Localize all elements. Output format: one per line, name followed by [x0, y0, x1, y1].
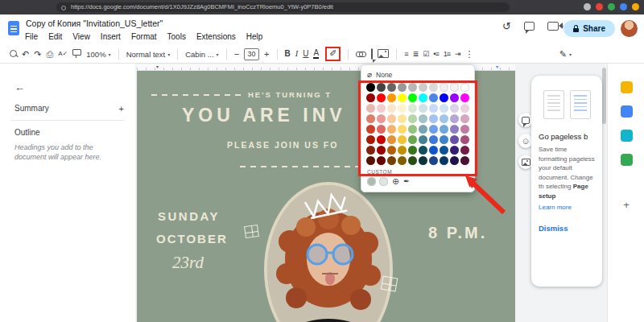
color-swatch-#d5a6bd[interactable]: [460, 114, 469, 123]
color-swatch-#a2c4c9[interactable]: [419, 114, 427, 123]
color-swatch-#fff2cc[interactable]: [398, 104, 407, 113]
close-outline-button[interactable]: ←: [14, 81, 25, 93]
color-swatch-#741b47[interactable]: [460, 146, 469, 155]
color-swatch-#c9daf8[interactable]: [429, 104, 438, 113]
insert-image-button[interactable]: [378, 49, 389, 60]
color-swatch-#cc0000[interactable]: [377, 135, 386, 144]
color-swatch-#990000[interactable]: [377, 146, 386, 155]
color-swatch-#00ffff[interactable]: [419, 93, 427, 102]
color-swatch-#f3f3f3[interactable]: [450, 83, 459, 92]
menu-insert[interactable]: Insert: [101, 32, 121, 41]
profile-blue-icon[interactable]: [620, 3, 627, 10]
color-swatch-#6fa8dc[interactable]: [440, 125, 448, 134]
comments-icon[interactable]: [524, 22, 535, 31]
color-swatch-#f6b26b[interactable]: [387, 125, 396, 134]
menu-help[interactable]: Help: [246, 32, 263, 41]
color-swatch-#b4a7d6[interactable]: [450, 114, 459, 123]
color-swatch-#ea9999[interactable]: [377, 114, 386, 123]
color-swatch-#4a86e8[interactable]: [429, 93, 438, 102]
custom-color-swatch[interactable]: [367, 177, 376, 186]
color-swatch-#3c78d8[interactable]: [429, 135, 438, 144]
color-swatch-#7f6000[interactable]: [398, 156, 407, 165]
color-swatch-#351c75[interactable]: [450, 146, 459, 155]
color-swatch-#1155cc[interactable]: [429, 146, 438, 155]
color-swatch-#85200c[interactable]: [366, 146, 375, 155]
color-swatch-#8e7cc3[interactable]: [450, 125, 459, 134]
color-swatch-#ff00ff[interactable]: [460, 93, 469, 102]
color-swatch-#cfe2f3[interactable]: [440, 104, 448, 113]
print-button[interactable]: ⎙: [46, 50, 53, 59]
eyedropper-button[interactable]: ✒: [403, 178, 410, 185]
highlight-color-button[interactable]: ✐: [325, 47, 341, 61]
color-swatch-#a64d79[interactable]: [460, 135, 469, 144]
account-icon[interactable]: [632, 3, 639, 10]
color-swatch-#93c47d[interactable]: [408, 125, 417, 134]
color-swatch-#dd7e6b[interactable]: [366, 114, 375, 123]
color-swatch-#660000[interactable]: [377, 156, 386, 165]
color-swatch-#9900ff[interactable]: [450, 93, 459, 102]
color-none-option[interactable]: ⌀ None: [365, 69, 470, 80]
color-swatch-#ffff00[interactable]: [398, 93, 407, 102]
color-swatch-#b6d7a8[interactable]: [408, 114, 417, 123]
color-swatch-#0b5394[interactable]: [440, 146, 448, 155]
color-swatch-#3d85c6[interactable]: [440, 135, 448, 144]
color-swatch-#ff9900[interactable]: [387, 93, 396, 102]
color-swatch-#00ff00[interactable]: [408, 93, 417, 102]
color-swatch-#f1c232[interactable]: [398, 135, 407, 144]
color-swatch-#ff0000[interactable]: [377, 93, 386, 102]
increase-font-size-button[interactable]: +: [264, 50, 269, 59]
color-swatch-#e06666[interactable]: [377, 125, 386, 134]
version-history-icon[interactable]: ↺: [502, 21, 511, 31]
color-swatch-#ffd966[interactable]: [398, 125, 407, 134]
color-swatch-#38761d[interactable]: [408, 146, 417, 155]
more-toolbar-options-button[interactable]: ⋮: [464, 50, 473, 59]
color-swatch-#6d9eeb[interactable]: [429, 125, 438, 134]
indent-marker[interactable]: ▾: [156, 64, 159, 70]
menu-view[interactable]: View: [72, 32, 90, 41]
color-swatch-#434343[interactable]: [377, 83, 386, 92]
scrollbar-thumb[interactable]: [602, 68, 606, 124]
color-swatch-#a61c00[interactable]: [366, 135, 375, 144]
color-swatch-#e69138[interactable]: [387, 135, 396, 144]
color-swatch-#674ea7[interactable]: [450, 135, 459, 144]
color-swatch-#f9cb9c[interactable]: [387, 114, 396, 123]
color-swatch-#b45f06[interactable]: [387, 146, 396, 155]
color-swatch-#ead1dc[interactable]: [460, 104, 469, 113]
color-swatch-#20124d[interactable]: [450, 156, 459, 165]
color-swatch-#76a5af[interactable]: [419, 125, 427, 134]
side-rail-add-button[interactable]: +: [608, 199, 644, 211]
color-swatch-#d9ead3[interactable]: [408, 104, 417, 113]
share-button[interactable]: Share: [564, 20, 615, 37]
font-size-field[interactable]: 30: [244, 48, 259, 60]
color-swatch-#999999[interactable]: [398, 83, 407, 92]
rail-app-blue[interactable]: [621, 105, 633, 118]
profile-green-icon[interactable]: [608, 3, 615, 10]
profile-red-icon[interactable]: [596, 3, 603, 10]
font-select[interactable]: Cabin ... ▾: [185, 50, 218, 59]
indent-button[interactable]: ⇥: [455, 51, 460, 58]
menu-tools[interactable]: Tools: [167, 32, 186, 41]
zoom-select[interactable]: 100% ▾: [86, 50, 110, 59]
rail-app-green[interactable]: [621, 154, 633, 166]
line-spacing-button[interactable]: ≣: [413, 51, 419, 58]
color-swatch-#efefef[interactable]: [440, 83, 448, 92]
color-swatch-#bf9000[interactable]: [398, 146, 407, 155]
color-swatch-#d9d2e9[interactable]: [450, 104, 459, 113]
color-swatch-#0c343d[interactable]: [419, 156, 427, 165]
color-swatch-#d9d9d9[interactable]: [429, 83, 438, 92]
color-swatch-#cccccc[interactable]: [419, 83, 427, 92]
color-swatch-#5b0f00[interactable]: [366, 156, 375, 165]
learn-more-link[interactable]: Learn more: [539, 204, 595, 211]
color-swatch-#073763[interactable]: [440, 156, 448, 165]
color-swatch-#4c1130[interactable]: [460, 156, 469, 165]
color-swatch-#d0e0e3[interactable]: [419, 104, 427, 113]
address-bar[interactable]: https://docs.google.com/document/d/1X0J9…: [56, 2, 510, 12]
menu-file[interactable]: File: [25, 32, 38, 41]
color-swatch-#666666[interactable]: [387, 83, 396, 92]
rail-app-teal[interactable]: [621, 130, 633, 142]
menu-extensions[interactable]: Extensions: [196, 32, 236, 41]
color-swatch-#45818e[interactable]: [419, 135, 427, 144]
numbered-list-button[interactable]: 1≡: [444, 51, 450, 58]
color-swatch-#9fc5e8[interactable]: [440, 114, 448, 123]
color-swatch-#6aa84f[interactable]: [408, 135, 417, 144]
